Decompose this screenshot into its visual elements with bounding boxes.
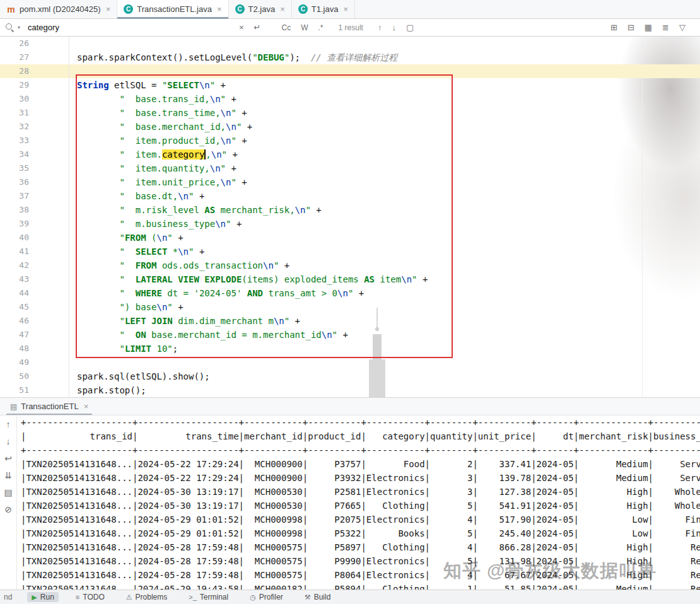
- code-token: \n: [210, 94, 221, 104]
- editor-tab[interactable]: CT2.java×: [229, 0, 292, 18]
- gutter: [29, 217, 69, 231]
- code-line[interactable]: 47 " ON base.merchant_id = m.merchant_id…: [0, 328, 700, 342]
- clear-search-icon[interactable]: ×: [237, 22, 246, 33]
- clear-all-icon[interactable]: ⊘: [4, 504, 12, 514]
- remove-occurrence-icon[interactable]: ⊟: [626, 22, 636, 33]
- newline-icon[interactable]: ↵: [252, 22, 263, 33]
- regex-toggle[interactable]: .*: [316, 23, 326, 33]
- statusbar-item-profiler[interactable]: ◷Profiler: [245, 592, 288, 602]
- code-token: [77, 94, 119, 104]
- scroll-to-end-icon[interactable]: ⇊: [4, 470, 12, 480]
- close-icon[interactable]: ×: [217, 4, 222, 14]
- code-line[interactable]: 50spark.sql(etlSQL).show();: [0, 369, 700, 383]
- code-token: [77, 330, 119, 340]
- code-line[interactable]: 43 " LATERAL VIEW EXPLODE(items) explode…: [0, 272, 700, 286]
- close-icon[interactable]: ×: [280, 4, 285, 14]
- gutter: [29, 92, 69, 106]
- line-number: 44: [0, 286, 29, 300]
- words-toggle[interactable]: W: [298, 23, 310, 33]
- code-line[interactable]: 41 " SELECT *\n" +: [0, 245, 700, 258]
- code-line[interactable]: 29String etlSQL = "SELECT\n" +: [0, 78, 700, 92]
- code-token: +: [215, 80, 226, 90]
- code-token: \n: [178, 247, 189, 257]
- code-line[interactable]: 40 "FROM (\n" +: [0, 231, 700, 245]
- run-tab-transactionetl[interactable]: ▤ TransactionETL ×: [6, 398, 92, 415]
- find-all-icon[interactable]: ▢: [404, 22, 416, 33]
- code-line[interactable]: 35 " item.quantity,\n" +: [0, 161, 700, 175]
- run-tab-icon: ▤: [10, 402, 17, 411]
- search-input[interactable]: [26, 22, 231, 33]
- code-line[interactable]: 45 ") base\n" +: [0, 300, 700, 314]
- console-output[interactable]: +--------------------+------------------…: [17, 415, 700, 589]
- code-token: [77, 288, 119, 298]
- soft-wrap-icon[interactable]: ↩: [4, 453, 12, 463]
- statusbar-item-label: Profiler: [259, 593, 283, 601]
- statusbar-item-terminal[interactable]: >_Terminal: [184, 592, 233, 602]
- statusbar-item-todo[interactable]: ≡TODO: [71, 592, 109, 602]
- code-line[interactable]: 44 " WHERE dt = '2024-05' AND trans_amt …: [0, 286, 700, 300]
- close-icon[interactable]: ×: [84, 402, 89, 411]
- code-line[interactable]: 38 " m.risk_level AS merchant_risk,\n" +: [0, 203, 700, 217]
- editor-tab[interactable]: CT1.java×: [292, 0, 355, 18]
- match-case-toggle[interactable]: Cc: [279, 23, 294, 33]
- code-token: +: [353, 288, 364, 298]
- scroll-up-icon[interactable]: ↑: [6, 419, 11, 429]
- search-options-icon[interactable]: ≣: [660, 22, 671, 33]
- close-icon[interactable]: ×: [106, 4, 111, 14]
- code-token: ods.ods_transaction: [156, 260, 263, 270]
- code-line[interactable]: 34 " item.category,\n" +: [0, 148, 700, 161]
- code-line[interactable]: 26: [0, 37, 700, 50]
- code-line[interactable]: 49: [0, 356, 700, 369]
- code-line[interactable]: 31 " base.trans_time,\n" +: [0, 106, 700, 120]
- code-token: +: [337, 330, 348, 340]
- code-line[interactable]: 48 "LIMIT 10";: [0, 342, 700, 356]
- code-token: item: [375, 274, 401, 284]
- code-token: [77, 274, 119, 284]
- problems-icon: ⚠: [126, 593, 132, 601]
- code-token: \n: [221, 136, 231, 146]
- code-line[interactable]: 33 " item.product_id,\n" +: [0, 134, 700, 148]
- code-token: \n: [210, 163, 221, 173]
- code-token: [77, 247, 119, 257]
- code-line[interactable]: 32 " base.merchant_id,\n" +: [0, 120, 700, 134]
- print-icon[interactable]: ▤: [4, 487, 12, 497]
- run-panel-header: ▤ TransactionETL ×: [0, 397, 700, 415]
- close-icon[interactable]: ×: [343, 4, 348, 14]
- code-editor[interactable]: 2627spark.sparkContext().setLogLevel("DE…: [0, 37, 700, 397]
- editor-tab[interactable]: CTransactionETL.java×: [117, 0, 228, 18]
- code-text: " LATERAL VIEW EXPLODE(items) exploded_i…: [69, 272, 428, 286]
- scroll-down-icon[interactable]: ↓: [6, 436, 11, 446]
- code-line[interactable]: 42 " FROM ods.ods_transaction\n" +: [0, 258, 700, 272]
- code-token: etlSQL =: [109, 80, 162, 90]
- code-token: \n: [263, 260, 274, 270]
- code-token: ": [284, 316, 289, 326]
- find-bar: ▾ × ↵ Cc W .* 1 result ↑ ↓ ▢ ⊞ ⊟ ▦ ≣ ▽: [0, 19, 700, 37]
- code-line[interactable]: 46 "LEFT JOIN dim.dim_merchant m\n" +: [0, 314, 700, 328]
- add-occurrence-icon[interactable]: ⊞: [609, 22, 619, 33]
- filter-icon[interactable]: ▽: [677, 22, 687, 33]
- gutter: [29, 356, 69, 369]
- maven-file-icon: m: [6, 4, 16, 14]
- code-token: [77, 233, 119, 243]
- build-icon: ⚒: [305, 593, 311, 601]
- code-line[interactable]: 51spark.stop();: [0, 383, 700, 397]
- previous-occurrence-icon[interactable]: ↑: [376, 22, 384, 33]
- statusbar-left-fragment: nd: [4, 593, 12, 601]
- code-token: *: [167, 247, 178, 257]
- code-line[interactable]: 39 " m.business_type\n" +: [0, 217, 700, 231]
- search-history-dropdown-icon[interactable]: ▾: [18, 25, 20, 30]
- editor-tab[interactable]: mpom.xml (D20240425)×: [0, 0, 117, 18]
- statusbar-item-build[interactable]: ⚒Build: [300, 592, 335, 602]
- statusbar-item-run[interactable]: ▶Run: [27, 592, 58, 602]
- code-line[interactable]: 28: [0, 64, 700, 78]
- code-lines[interactable]: 2627spark.sparkContext().setLogLevel("DE…: [0, 37, 700, 397]
- next-occurrence-icon[interactable]: ↓: [390, 22, 398, 33]
- line-number: 28: [0, 64, 29, 78]
- code-text: " ON base.merchant_id = m.merchant_id\n"…: [69, 328, 348, 342]
- code-line[interactable]: 30 " base.trans_id,\n" +: [0, 92, 700, 106]
- select-all-occurrences-icon[interactable]: ▦: [643, 22, 654, 33]
- statusbar-item-problems[interactable]: ⚠Problems: [122, 592, 172, 602]
- code-line[interactable]: 37 " base.dt,\n" +: [0, 189, 700, 203]
- code-line[interactable]: 36 " item.unit_price,\n" +: [0, 175, 700, 189]
- code-line[interactable]: 27spark.sparkContext().setLogLevel("DEBU…: [0, 50, 700, 64]
